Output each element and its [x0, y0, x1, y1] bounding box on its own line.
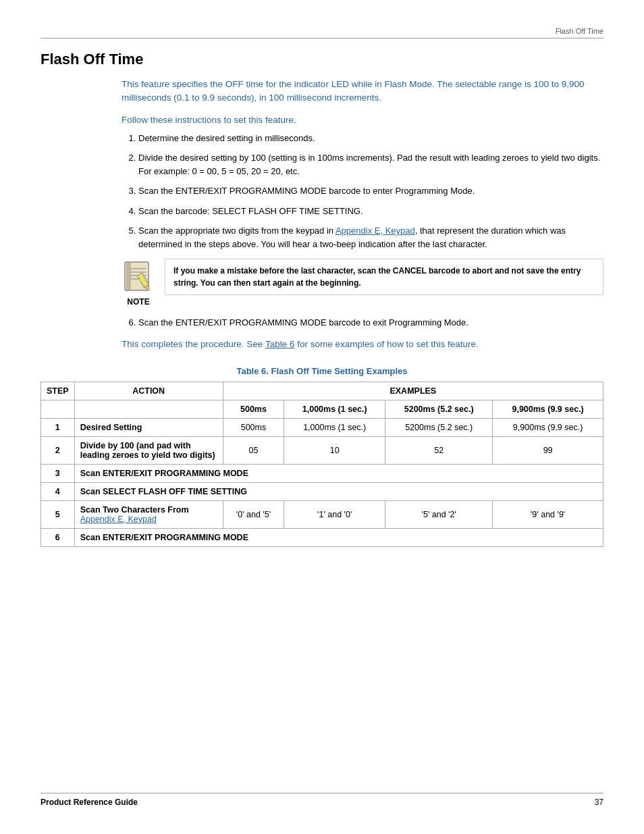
row4-action: Scan SELECT FLASH OFF TIME SETTING [74, 482, 603, 500]
row2-val2: 10 [284, 436, 385, 464]
col-sub-1000ms: 1,000ms (1 sec.) [284, 400, 385, 418]
row2-val1: 05 [223, 436, 284, 464]
note-inner: NOTE If you make a mistake before the la… [122, 259, 603, 307]
row2-step: 2 [41, 436, 75, 464]
row3-action: Scan ENTER/EXIT PROGRAMMING MODE [74, 464, 603, 482]
table-row: 2 Divide by 100 (and pad with leading ze… [41, 436, 603, 464]
row4-step: 4 [41, 482, 75, 500]
row2-action: Divide by 100 (and pad with leading zero… [74, 436, 223, 464]
row2-val4: 99 [493, 436, 603, 464]
row1-action: Desired Setting [74, 418, 223, 436]
note-label: NOTE [127, 297, 149, 307]
svg-rect-1 [127, 262, 130, 290]
steps-list-2: Scan the ENTER/EXIT PROGRAMMING MODE bar… [138, 316, 603, 330]
col-header-step: STEP [41, 382, 75, 400]
follow-text: Follow these instructions to set this fe… [122, 115, 603, 125]
col-sub-empty1 [41, 400, 75, 418]
intro-text: This feature specifies the OFF time for … [122, 78, 603, 105]
row5-action-line1: Scan Two Characters From [80, 505, 189, 515]
page: Flash Off Time Flash Off Time This featu… [0, 0, 644, 834]
appendix-link[interactable]: Appendix E, Keypad [336, 226, 415, 236]
note-bold-text: If you make a mistake before the last ch… [173, 266, 581, 288]
table-title: Table 6. Flash Off Time Setting Examples [41, 366, 603, 376]
table-row: 6 Scan ENTER/EXIT PROGRAMMING MODE [41, 528, 603, 546]
table-row: 4 Scan SELECT FLASH OFF TIME SETTING [41, 482, 603, 500]
section-title: Flash Off Time [41, 51, 603, 68]
col-header-examples: EXAMPLES [223, 382, 603, 400]
step-2: Divide the desired setting by 100 (setti… [138, 151, 603, 178]
footer-left: Product Reference Guide [41, 798, 138, 807]
row2-val3: 52 [385, 436, 493, 464]
header-text: Flash Off Time [556, 27, 603, 35]
footer: Product Reference Guide 37 [41, 793, 603, 807]
row6-step: 6 [41, 528, 75, 546]
step-4: Scan the barcode: SELECT FLASH OFF TIME … [138, 205, 603, 218]
note-content: If you make a mistake before the last ch… [165, 259, 603, 295]
row5-val1: '0' and '5' [223, 500, 284, 528]
col-sub-9900ms: 9,900ms (9.9 sec.) [493, 400, 603, 418]
row1-val3: 5200ms (5.2 sec.) [385, 418, 493, 436]
table-row: 3 Scan ENTER/EXIT PROGRAMMING MODE [41, 464, 603, 482]
note-icon-area: NOTE [122, 259, 155, 307]
table-header-row: STEP ACTION EXAMPLES [41, 382, 603, 400]
page-header: Flash Off Time [41, 27, 603, 38]
table6-link[interactable]: Table 6 [265, 339, 295, 349]
col-sub-empty2 [74, 400, 223, 418]
row1-val4: 9,900ms (9.9 sec.) [493, 418, 603, 436]
row5-appendix-link[interactable]: Appendix E, Keypad [80, 515, 157, 524]
row3-step: 3 [41, 464, 75, 482]
footer-right: 37 [595, 798, 603, 807]
completes-text: This completes the procedure. See Table … [122, 338, 603, 351]
step-3: Scan the ENTER/EXIT PROGRAMMING MODE bar… [138, 184, 603, 198]
row5-val3: '5' and '2' [385, 500, 493, 528]
step-6: Scan the ENTER/EXIT PROGRAMMING MODE bar… [138, 316, 603, 330]
note-wrapper: NOTE If you make a mistake before the la… [122, 259, 603, 307]
row5-action: Scan Two Characters From Appendix E, Key… [74, 500, 223, 528]
row5-step: 5 [41, 500, 75, 528]
note-icon [122, 259, 155, 296]
col-sub-5200ms: 5200ms (5.2 sec.) [385, 400, 493, 418]
row1-step: 1 [41, 418, 75, 436]
table-row: 5 Scan Two Characters From Appendix E, K… [41, 500, 603, 528]
table-row: 1 Desired Setting 500ms 1,000ms (1 sec.)… [41, 418, 603, 436]
col-header-action: ACTION [74, 382, 223, 400]
main-table: STEP ACTION EXAMPLES 500ms 1,000ms (1 se… [41, 382, 603, 547]
steps-list: Determine the desired setting in millise… [138, 132, 603, 251]
step-1: Determine the desired setting in millise… [138, 132, 603, 145]
row6-action: Scan ENTER/EXIT PROGRAMMING MODE [74, 528, 603, 546]
row5-val2: '1' and '0' [284, 500, 385, 528]
col-sub-500ms: 500ms [223, 400, 284, 418]
step-5: Scan the appropriate two digits from the… [138, 224, 603, 251]
row1-val1: 500ms [223, 418, 284, 436]
row5-val4: '9' and '9' [493, 500, 603, 528]
table-example-cols-row: 500ms 1,000ms (1 sec.) 5200ms (5.2 sec.)… [41, 400, 603, 418]
row1-val2: 1,000ms (1 sec.) [284, 418, 385, 436]
